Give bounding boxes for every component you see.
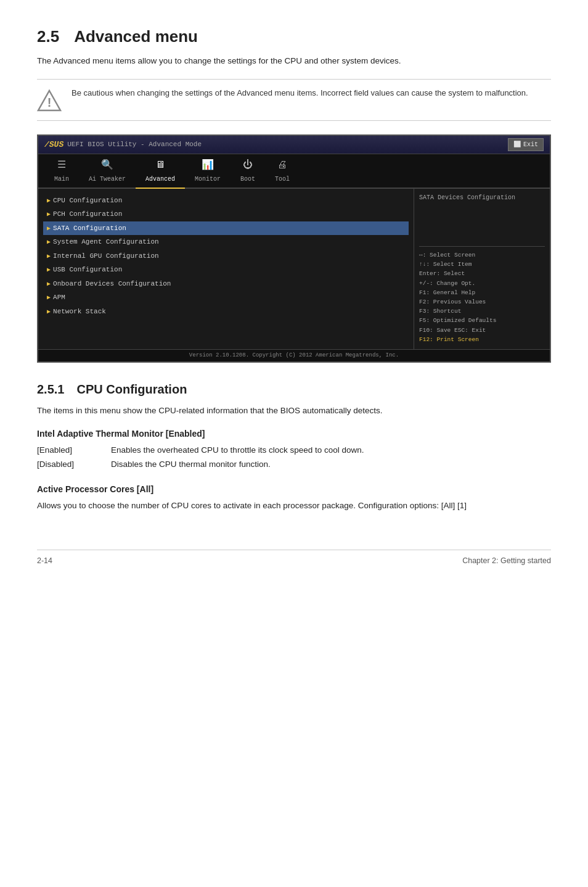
arrow-icon: ▶ [47,237,51,247]
exit-icon: ⬜ [513,140,521,149]
tab-advanced-label: Advanced [145,175,175,184]
menu-usb-label: USB Configuration [53,265,122,275]
main-icon: ☰ [57,158,66,173]
tab-monitor[interactable]: 📊 Monitor [185,154,231,189]
bios-logo: /SUS UEFI BIOS Utility - Advanced Mode [44,139,202,151]
menu-item-usb[interactable]: ▶ USB Configuration [43,263,409,277]
menu-network-label: Network Stack [53,307,106,317]
subsection-number: 2.5.1 [37,380,64,398]
option-group-thermal: Intel Adaptive Thermal Monitor [Enabled]… [37,427,551,472]
arrow-icon: ▶ [47,307,51,316]
boot-icon: ⏻ [243,158,253,173]
hotkey-f12: F12: Print Screen [419,335,545,344]
hotkey-f5: F5: Optimized Defaults [419,316,545,325]
thermal-monitor-title: Intel Adaptive Thermal Monitor [Enabled] [37,427,551,440]
subsection-description: The items in this menu show the CPU-rela… [37,405,551,418]
thermal-disabled-key: [Disabled] [37,458,111,472]
thermal-enabled-value: Enables the overheated CPU to throttle i… [111,444,551,458]
hotkey-f1: F1: General Help [419,288,545,297]
menu-apm-label: APM [53,292,65,303]
bios-footer: Version 2.10.1208. Copyright (C) 2012 Am… [38,349,550,362]
svg-text:!: ! [47,96,52,109]
subsection-heading: 2.5.1 CPU Configuration [37,380,551,398]
option-group-active-processor: Active Processor Cores [All] Allows you … [37,483,551,513]
ai-tweaker-icon: 🔍 [101,158,113,173]
thermal-disabled-value: Disables the CPU thermal monitor functio… [111,458,551,472]
tab-main-label: Main [54,175,69,184]
section-number: 2.5 [37,25,59,49]
bios-brand: /SUS [44,139,63,151]
hotkey-enter: Enter: Select [419,269,545,278]
bios-hotkeys: ↔: Select Screen ↑↓: Select Item Enter: … [419,246,545,344]
bios-tabs: ☰ Main 🔍 Ai Tweaker 🖥 Advanced 📊 Monitor… [38,154,550,189]
warning-icon: ! [37,88,62,113]
menu-onboard-label: Onboard Devices Configuration [53,279,171,289]
hotkey-f3: F3: Shortcut [419,307,545,316]
tab-ai-tweaker-label: Ai Tweaker [89,175,126,184]
thermal-options: [Enabled] Enables the overheated CPU to … [37,444,551,472]
hotkey-f10: F10: Save ESC: Exit [419,326,545,335]
menu-pch-label: PCH Configuration [53,209,122,220]
tab-boot-label: Boot [240,175,255,184]
hotkey-select-screen: ↔: Select Screen [419,250,545,260]
page-footer: 2-14 Chapter 2: Getting started [37,550,551,567]
bios-screenshot: /SUS UEFI BIOS Utility - Advanced Mode ⬜… [37,134,551,363]
arrow-icon: ▶ [47,252,51,261]
warning-text: Be cautious when changing the settings o… [71,87,528,99]
monitor-icon: 📊 [202,158,214,173]
hotkey-select-item: ↑↓: Select Item [419,260,545,269]
menu-item-cpu[interactable]: ▶ CPU Configuration [43,194,409,208]
arrow-icon: ▶ [47,279,51,289]
thermal-enabled-key: [Enabled] [37,444,111,458]
tab-tool[interactable]: 🖨 Tool [265,154,300,189]
tab-advanced[interactable]: 🖥 Advanced [136,154,185,189]
thermal-enabled-row: [Enabled] Enables the overheated CPU to … [37,444,551,458]
tool-icon: 🖨 [277,158,287,173]
section-heading: 2.5 Advanced menu [37,25,551,49]
bios-right-description: SATA Devices Configuration [419,194,545,202]
thermal-disabled-row: [Disabled] Disables the CPU thermal moni… [37,458,551,472]
active-processor-title: Active Processor Cores [All] [37,483,551,496]
menu-item-pch[interactable]: ▶ PCH Configuration [43,207,409,221]
footer-chapter: Chapter 2: Getting started [462,555,551,567]
menu-igpu-label: Internal GPU Configuration [53,251,159,262]
menu-item-sata[interactable]: ▶ SATA Configuration [43,221,409,236]
warning-box: ! Be cautious when changing the settings… [37,79,551,121]
bios-left-panel: ▶ CPU Configuration ▶ PCH Configuration … [38,189,414,349]
advanced-icon: 🖥 [155,158,165,173]
menu-item-igpu[interactable]: ▶ Internal GPU Configuration [43,249,409,263]
bios-subtitle: UEFI BIOS Utility - Advanced Mode [67,139,202,150]
menu-item-apm[interactable]: ▶ APM [43,291,409,305]
bios-body: ▶ CPU Configuration ▶ PCH Configuration … [38,189,550,349]
menu-item-network[interactable]: ▶ Network Stack [43,305,409,319]
arrow-icon: ▶ [47,265,51,274]
menu-system-agent-label: System Agent Configuration [53,237,159,247]
hotkey-f2: F2: Previous Values [419,297,545,307]
section-description: The Advanced menu items allow you to cha… [37,55,551,68]
hotkey-change: +/-: Change Opt. [419,279,545,288]
arrow-icon: ▶ [47,224,51,233]
tab-main[interactable]: ☰ Main [44,154,79,189]
menu-item-onboard[interactable]: ▶ Onboard Devices Configuration [43,277,409,291]
arrow-icon: ▶ [47,196,51,205]
subsection-title-text: CPU Configuration [76,380,187,398]
menu-sata-label: SATA Configuration [53,223,126,234]
tab-ai-tweaker[interactable]: 🔍 Ai Tweaker [79,154,136,189]
tab-monitor-label: Monitor [195,175,221,184]
active-processor-description: Allows you to choose the number of CPU c… [37,500,551,513]
tab-boot[interactable]: ⏻ Boot [231,154,265,189]
arrow-icon: ▶ [47,293,51,302]
footer-page-number: 2-14 [37,555,52,567]
menu-item-system-agent[interactable]: ▶ System Agent Configuration [43,235,409,249]
section-title-text: Advanced menu [74,25,198,49]
tab-tool-label: Tool [275,175,290,184]
menu-cpu-label: CPU Configuration [53,196,122,206]
bios-right-panel: SATA Devices Configuration ↔: Select Scr… [414,189,550,349]
exit-label: Exit [523,140,538,149]
bios-header: /SUS UEFI BIOS Utility - Advanced Mode ⬜… [38,136,550,154]
arrow-icon: ▶ [47,210,51,219]
bios-exit-button[interactable]: ⬜ Exit [508,138,544,151]
